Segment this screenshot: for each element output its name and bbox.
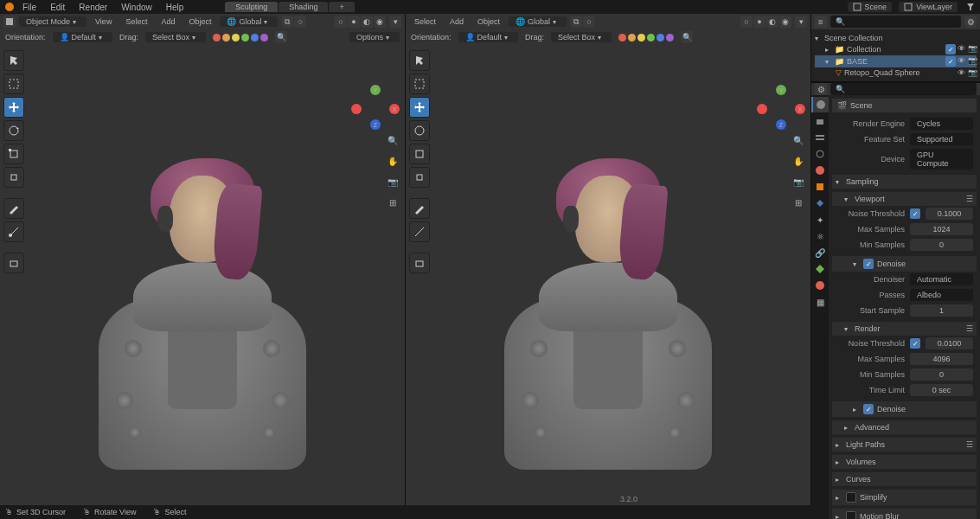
denoise-r-check[interactable]: ✓ — [863, 404, 874, 414]
tree-collection[interactable]: ▸📁 Collection ✓👁📷 — [815, 43, 977, 55]
menu-window[interactable]: Window — [114, 3, 159, 12]
render-tab-icon[interactable] — [811, 97, 829, 112]
device-dropdown[interactable]: GPU Compute — [910, 149, 973, 170]
curves-section[interactable]: ▸Curves — [832, 472, 977, 486]
min-samples-vp[interactable]: 0 — [910, 239, 973, 251]
simplify-check[interactable] — [846, 492, 856, 503]
start-sample-value[interactable]: 1 — [910, 304, 973, 317]
denoise-r-section[interactable]: ▸✓Denoise — [832, 401, 977, 417]
search-tool-icon[interactable]: 🔍 — [275, 31, 287, 43]
denoise-vp-check[interactable]: ✓ — [863, 259, 874, 269]
noise-threshold-vp[interactable]: 0.1000 — [926, 208, 973, 220]
light-paths-section[interactable]: ▸Light Paths☰ — [832, 438, 977, 452]
menu-help[interactable]: Help — [159, 3, 191, 12]
workspace-tab-shading[interactable]: Shading — [279, 2, 328, 12]
select-box-tool[interactable] — [3, 74, 24, 94]
zoom-icon[interactable]: 🔍 — [384, 131, 401, 149]
color-dot-purple[interactable] — [260, 34, 268, 42]
context-path[interactable]: 🎬 Scene — [832, 99, 977, 112]
sampling-section[interactable]: ▾Sampling — [832, 175, 977, 189]
menu-file[interactable]: File — [16, 3, 43, 12]
simplify-section[interactable]: ▸Simplify — [832, 490, 977, 505]
cursor-tool-r[interactable] — [409, 50, 430, 71]
color-dot-red[interactable] — [213, 34, 221, 42]
viewport-3d-right[interactable]: Y X Z 🔍 ✋ 📷 ⊞ — [406, 45, 810, 519]
list-icon[interactable]: ☰ — [966, 195, 973, 203]
tree-scene-collection[interactable]: ▾Scene Collection — [815, 33, 977, 43]
denoise-vp-section[interactable]: ▾✓Denoise — [832, 256, 977, 272]
particles-tab-icon[interactable]: ✦ — [811, 212, 829, 227]
pan-icon[interactable]: ✋ — [384, 152, 401, 170]
solid-shading-icon[interactable]: ● — [348, 16, 360, 28]
camera-icon[interactable]: 📷 — [384, 173, 401, 190]
noise-threshold-r[interactable]: 0.0100 — [926, 337, 973, 349]
output-tab-icon[interactable] — [811, 113, 829, 129]
props-type-icon[interactable]: ⚙ — [815, 83, 827, 95]
camera-icon-r[interactable]: 📷 — [790, 173, 807, 190]
noise-threshold-check-r[interactable]: ✓ — [910, 338, 920, 349]
viewlayer-tab-icon[interactable] — [811, 130, 829, 145]
denoiser-dropdown[interactable]: Automatic — [910, 273, 973, 285]
perspective-icon-r[interactable]: ⊞ — [790, 194, 807, 211]
material-tab-icon[interactable] — [811, 278, 829, 293]
object-tab-icon[interactable] — [811, 179, 829, 195]
vh-select[interactable]: Select — [120, 16, 152, 27]
rotate-tool-r[interactable] — [409, 120, 430, 141]
transform-tool-r[interactable] — [409, 167, 430, 188]
workspace-tab-sculpting[interactable]: Sculpting — [225, 2, 278, 12]
scale-tool[interactable] — [3, 144, 24, 164]
constraint-tab-icon[interactable]: 🔗 — [811, 245, 829, 260]
max-samples-r[interactable]: 4096 — [910, 353, 973, 365]
vh-view[interactable]: View — [90, 16, 117, 27]
snap-icon-r[interactable]: ⧉ — [570, 16, 582, 28]
filter-icon[interactable]: ⚙ — [964, 16, 977, 28]
drag-dropdown[interactable]: Select Box ▾ — [145, 32, 206, 42]
add-tool[interactable] — [3, 253, 24, 273]
advanced-section[interactable]: ▸Advanced — [832, 420, 977, 434]
shading-dropdown-icon-r[interactable]: ▾ — [795, 16, 807, 28]
filter-icon[interactable] — [964, 1, 977, 13]
zoom-icon-r[interactable]: 🔍 — [790, 131, 807, 149]
orientation-dropdown[interactable]: 👤 Default ▾ — [53, 32, 113, 42]
menu-edit[interactable]: Edit — [43, 3, 72, 12]
wire-shading-icon[interactable]: ○ — [335, 16, 347, 28]
scene-selector[interactable]: Scene — [848, 2, 893, 12]
blender-icon[interactable] — [3, 1, 16, 13]
transform-orientation-r[interactable]: 🌐 Global ▾ — [509, 16, 567, 27]
vh-add-r[interactable]: Add — [445, 16, 469, 27]
transform-orientation[interactable]: 🌐 Global ▾ — [220, 16, 278, 27]
perspective-icon[interactable]: ⊞ — [384, 194, 401, 211]
volumes-section[interactable]: ▸Volumes — [832, 455, 977, 469]
scale-tool-r[interactable] — [409, 144, 430, 164]
snap-icon[interactable]: ⧉ — [281, 16, 293, 28]
render-engine-dropdown[interactable]: Cycles — [910, 118, 973, 130]
proportional-icon[interactable]: ○ — [294, 16, 306, 28]
rendered-shading-icon[interactable]: ◉ — [374, 16, 386, 28]
drag-dropdown-r[interactable]: Select Box ▾ — [551, 32, 612, 42]
options-dropdown[interactable]: Options ▾ — [349, 32, 400, 42]
min-samples-r[interactable]: 0 — [910, 368, 973, 381]
tree-retopo[interactable]: ▽ Retopo_Quad Sphere 👁📷 — [815, 67, 977, 78]
workspace-tab-add[interactable]: + — [329, 2, 354, 12]
color-dot-orange[interactable] — [222, 34, 230, 42]
modifier-tab-icon[interactable] — [811, 195, 829, 211]
max-samples-vp[interactable]: 1024 — [910, 223, 973, 235]
annotate-tool-r[interactable] — [409, 198, 430, 219]
viewport-3d-left[interactable]: Y X Z 🔍 ✋ 📷 ⊞ — [0, 45, 405, 519]
texture-tab-icon[interactable]: ▦ — [811, 294, 829, 310]
cursor-tool[interactable] — [3, 50, 24, 71]
measure-tool-r[interactable] — [409, 221, 430, 242]
material-shading-icon-r[interactable]: ◐ — [766, 16, 778, 28]
time-limit-value[interactable]: 0 sec — [910, 384, 973, 396]
search-tool-icon-r[interactable]: 🔍 — [681, 31, 693, 43]
measure-tool[interactable] — [3, 221, 24, 242]
shading-dropdown-icon[interactable]: ▾ — [389, 16, 401, 28]
feature-set-dropdown[interactable]: Supported — [910, 133, 973, 145]
noise-threshold-check-vp[interactable]: ✓ — [910, 208, 920, 219]
passes-dropdown[interactable]: Albedo — [910, 289, 973, 301]
add-tool-r[interactable] — [409, 253, 430, 273]
motion-blur-check[interactable] — [846, 511, 856, 519]
outliner-search[interactable] — [830, 16, 961, 28]
data-tab-icon[interactable] — [811, 261, 829, 277]
pan-icon-r[interactable]: ✋ — [790, 152, 807, 170]
